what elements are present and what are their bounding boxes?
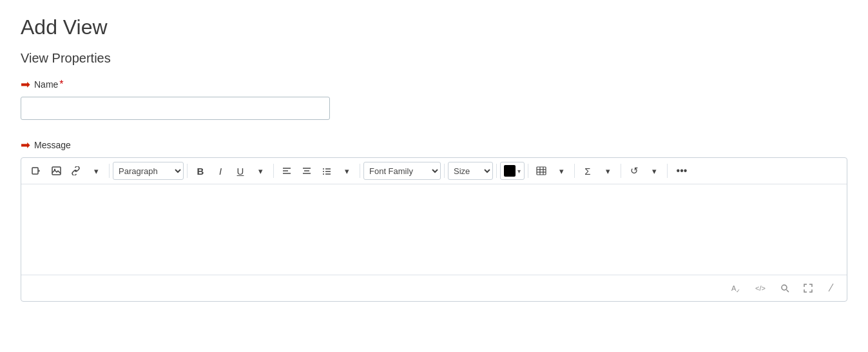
table-dropdown-button[interactable]: ▾: [552, 162, 571, 180]
message-label: Message: [34, 140, 71, 150]
align-left-button[interactable]: [277, 162, 296, 180]
toolbar-style-group: Paragraph Heading 1 Heading 2 Heading 3: [113, 162, 184, 180]
name-required: *: [59, 79, 63, 90]
list-button[interactable]: [317, 162, 336, 180]
message-section: ➡ Message ▾: [21, 138, 847, 302]
toolbar-media-group: ▾: [26, 162, 106, 180]
image-button[interactable]: [46, 162, 66, 180]
undo-button[interactable]: ↺: [624, 162, 644, 180]
page-title: Add View: [21, 15, 847, 39]
toolbar-undo-group: ↺ ▾: [624, 162, 664, 180]
paragraph-select[interactable]: Paragraph Heading 1 Heading 2 Heading 3: [113, 162, 184, 180]
toolbar-table-group: ▾: [532, 162, 571, 180]
formula-dropdown-button[interactable]: ▾: [598, 162, 617, 180]
svg-point-23: [782, 285, 787, 290]
bold-button[interactable]: B: [191, 162, 210, 180]
italic-button[interactable]: I: [211, 162, 230, 180]
code-view-button[interactable]: </>: [750, 279, 771, 297]
separator-9: [621, 164, 621, 178]
message-label-row: ➡ Message: [21, 138, 847, 152]
video-button[interactable]: [26, 162, 46, 180]
toolbar-size-group: Size 8 10 12 14 16 18 24 36: [448, 162, 493, 180]
format-dropdown-button[interactable]: ▾: [251, 162, 270, 180]
undo-dropdown-button[interactable]: ▾: [644, 162, 664, 180]
editor-toolbar: ▾ Paragraph Heading 1 Heading 2 Heading …: [21, 158, 847, 184]
svg-point-10: [323, 168, 324, 170]
toolbar-formula-group: Σ ▾: [578, 162, 617, 180]
svg-point-14: [323, 173, 324, 175]
more-options-button[interactable]: •••: [671, 162, 693, 180]
toolbar-color-group: ▾: [500, 162, 525, 180]
svg-rect-16: [537, 167, 546, 175]
toolbar-font-group: Font Family Arial Times New Roman Courie…: [363, 162, 441, 180]
message-arrow-icon: ➡: [21, 138, 30, 152]
editor-footer: A✓ </> ⁄: [21, 275, 847, 301]
link-button[interactable]: [66, 162, 86, 180]
svg-rect-0: [32, 168, 38, 174]
name-label: Name: [34, 79, 58, 90]
separator-4: [360, 164, 360, 178]
name-label-row: ➡ Name *: [21, 77, 847, 92]
align-center-button[interactable]: [297, 162, 316, 180]
message-editor: ▾ Paragraph Heading 1 Heading 2 Heading …: [21, 157, 847, 302]
fullscreen-button[interactable]: [799, 279, 817, 297]
section-title: View Properties: [21, 51, 847, 66]
page-container: Add View View Properties ➡ Name * ➡ Mess…: [0, 0, 868, 352]
table-button[interactable]: [532, 162, 551, 180]
separator-3: [273, 164, 274, 178]
find-button[interactable]: [776, 279, 794, 297]
spell-check-button[interactable]: A✓: [727, 279, 745, 297]
svg-marker-1: [39, 170, 40, 172]
color-swatch: [504, 165, 516, 177]
underline-button[interactable]: U: [231, 162, 250, 180]
toolbar-align-group: ▾: [277, 162, 356, 180]
list-dropdown-button[interactable]: ▾: [337, 162, 356, 180]
editor-content-area[interactable]: [21, 184, 847, 275]
separator-1: [109, 164, 110, 178]
name-arrow-icon: ➡: [21, 77, 30, 92]
color-dropdown-arrow: ▾: [517, 168, 521, 175]
edit-button[interactable]: ⁄: [822, 279, 840, 297]
separator-5: [444, 164, 445, 178]
separator-2: [187, 164, 188, 178]
font-family-select[interactable]: Font Family Arial Times New Roman Courie…: [363, 162, 441, 180]
svg-line-24: [787, 290, 789, 293]
formula-button[interactable]: Σ: [578, 162, 597, 180]
separator-7: [528, 164, 528, 178]
name-section: ➡ Name *: [21, 77, 847, 132]
svg-text:✓: ✓: [736, 288, 740, 293]
name-input[interactable]: [21, 97, 330, 120]
insert-dropdown-button[interactable]: ▾: [86, 162, 106, 180]
svg-point-12: [323, 171, 324, 172]
color-picker-button[interactable]: ▾: [500, 162, 525, 180]
toolbar-format-group: B I U ▾: [191, 162, 270, 180]
separator-8: [574, 164, 575, 178]
font-size-select[interactable]: Size 8 10 12 14 16 18 24 36: [448, 162, 493, 180]
separator-10: [667, 164, 668, 178]
separator-6: [496, 164, 497, 178]
